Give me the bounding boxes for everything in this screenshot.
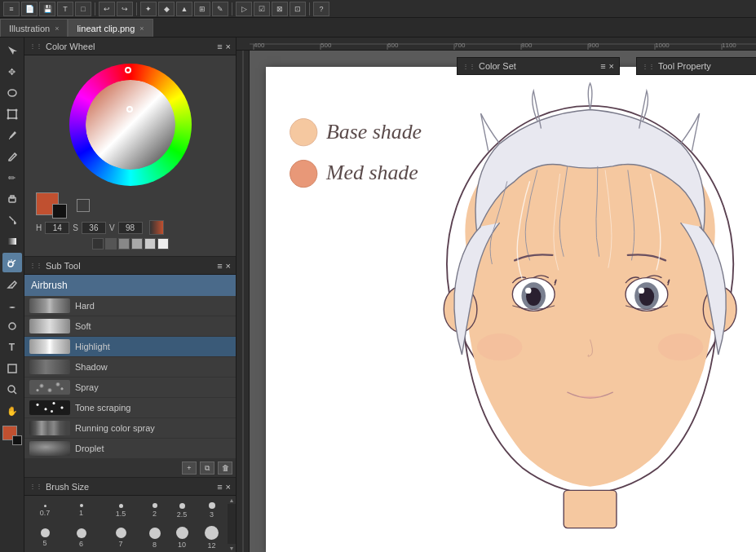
subtool-item-soft[interactable]: Soft bbox=[24, 316, 236, 337]
palette-color-4[interactable] bbox=[131, 238, 143, 250]
check-icon[interactable]: ☑ bbox=[254, 2, 270, 16]
subtool-item-tone-scraping[interactable]: Tone scraping bbox=[24, 398, 236, 418]
tool-fill[interactable] bbox=[2, 210, 22, 230]
palette-color-2[interactable] bbox=[105, 238, 117, 250]
subtool-item-hard[interactable]: Hard bbox=[24, 296, 236, 316]
palette-color-6[interactable] bbox=[157, 238, 169, 250]
tool-move[interactable]: ✥ bbox=[2, 62, 22, 82]
brushsize-item-8[interactable]: 8 bbox=[142, 523, 167, 552]
tool-stamp[interactable] bbox=[2, 189, 22, 209]
tool-cursor[interactable] bbox=[2, 41, 22, 60]
brushsize-label-12: 12 bbox=[207, 541, 215, 550]
color-wheel-ring-container[interactable] bbox=[69, 64, 192, 186]
export-icon[interactable]: ⊠ bbox=[272, 2, 288, 16]
hue-value[interactable]: 14 bbox=[45, 222, 69, 234]
tool-brush[interactable]: ✏ bbox=[2, 168, 22, 188]
tool-gradient[interactable] bbox=[2, 232, 22, 251]
background-swatch[interactable] bbox=[52, 204, 67, 219]
subtool-footer: + ⧉ 🗑 bbox=[24, 459, 236, 477]
tool-smudge[interactable] bbox=[2, 295, 22, 315]
tool-transform[interactable] bbox=[2, 104, 22, 124]
color-wheel-inner[interactable] bbox=[86, 80, 175, 170]
new-icon[interactable]: 📄 bbox=[21, 2, 38, 16]
tab-lineart-close[interactable]: × bbox=[139, 24, 144, 33]
brushsize-menu[interactable]: ≡ bbox=[217, 482, 222, 492]
subtool-close[interactable]: × bbox=[226, 261, 231, 271]
subtool-add-btn[interactable]: + bbox=[182, 461, 197, 475]
menu-icon[interactable]: ≡ bbox=[3, 2, 20, 16]
subtool-item-highlight[interactable]: Highlight bbox=[24, 337, 236, 357]
scroll-up-arrow[interactable]: ▲ bbox=[228, 496, 236, 504]
brushsize-item-5[interactable]: 5 bbox=[28, 523, 62, 552]
color-set-menu[interactable]: ≡ bbox=[600, 61, 605, 71]
grid-icon[interactable]: ⊞ bbox=[194, 2, 210, 16]
palette-color-3[interactable] bbox=[118, 238, 130, 250]
sat-value[interactable]: 36 bbox=[82, 222, 106, 234]
pen-icon[interactable]: ✎ bbox=[212, 2, 228, 16]
scroll-track[interactable] bbox=[228, 504, 236, 544]
color-swatch-group[interactable] bbox=[36, 192, 67, 219]
palette-color-1[interactable] bbox=[92, 238, 104, 250]
canvas-background[interactable]: Base shade Med shade bbox=[266, 67, 756, 552]
subtool-menu[interactable]: ≡ bbox=[217, 261, 222, 271]
subtool-item-shadow[interactable]: Shadow bbox=[24, 357, 236, 378]
brushsize-item-7[interactable]: 7 bbox=[100, 523, 141, 552]
separator-4 bbox=[309, 2, 310, 15]
brushsize-item-2.5[interactable]: 2.5 bbox=[168, 499, 196, 522]
subtool-item-spray[interactable]: Spray bbox=[24, 378, 236, 398]
tool-hand[interactable]: ✋ bbox=[2, 401, 22, 421]
tool-airbrush[interactable] bbox=[2, 253, 22, 272]
tool-text[interactable]: T bbox=[2, 338, 22, 357]
color-wheel-menu[interactable]: ≡ bbox=[217, 42, 222, 51]
subtool-item-running-color-spray[interactable]: Running color spray bbox=[24, 418, 236, 439]
brushsize-item-1[interactable]: 1 bbox=[63, 499, 99, 522]
save-icon[interactable]: 💾 bbox=[39, 2, 55, 16]
subtool-dots: ⋮⋮ bbox=[29, 262, 42, 269]
magic-icon[interactable]: ▲ bbox=[176, 2, 192, 16]
hue-label: H bbox=[36, 223, 42, 232]
brushsize-close[interactable]: × bbox=[226, 482, 231, 492]
tool-lasso[interactable] bbox=[2, 83, 22, 103]
color-triangle[interactable] bbox=[86, 80, 175, 170]
tool-shape[interactable] bbox=[2, 359, 22, 378]
scroll-down-arrow[interactable]: ▼ bbox=[228, 544, 236, 552]
subtool-copy-btn[interactable]: ⧉ bbox=[200, 461, 214, 475]
subtool-delete-btn[interactable]: 🗑 bbox=[218, 461, 232, 475]
artwork-svg: Base shade Med shade bbox=[266, 67, 756, 552]
foreground-color-swatch[interactable] bbox=[2, 426, 22, 445]
tool-dodge[interactable] bbox=[2, 316, 22, 336]
color-gradient-preview[interactable] bbox=[149, 220, 164, 235]
brushsize-item-12[interactable]: 12 bbox=[197, 523, 227, 552]
palette-color-5[interactable] bbox=[144, 238, 156, 250]
subtool-item-droplet[interactable]: Droplet bbox=[24, 439, 236, 459]
svg-text:Base shade: Base shade bbox=[326, 120, 422, 144]
tool-icon[interactable]: T bbox=[57, 2, 73, 16]
play-icon[interactable]: ▷ bbox=[236, 2, 252, 16]
brushsize-item-2[interactable]: 2 bbox=[142, 499, 167, 522]
brushsize-item-1.5[interactable]: 1.5 bbox=[100, 499, 141, 522]
brushsize-item-3[interactable]: 3 bbox=[197, 499, 227, 522]
tab-illustration[interactable]: Illustration × bbox=[0, 19, 68, 37]
tool-eyedropper[interactable] bbox=[2, 126, 22, 145]
tab-lineart[interactable]: lineart clip.png × bbox=[68, 19, 153, 37]
undo-icon[interactable]: ↩ bbox=[99, 2, 115, 16]
tab-illustration-close[interactable]: × bbox=[55, 24, 59, 33]
canvas-container[interactable]: Base shade Med shade bbox=[250, 51, 756, 552]
transform-icon[interactable]: ✦ bbox=[140, 2, 157, 16]
select2-icon[interactable]: ◆ bbox=[158, 2, 175, 16]
help-icon[interactable]: ? bbox=[313, 2, 329, 16]
val-value[interactable]: 98 bbox=[118, 222, 143, 234]
tool-eraser[interactable] bbox=[2, 274, 22, 294]
select-icon[interactable]: □ bbox=[75, 2, 91, 16]
redo-icon[interactable]: ↪ bbox=[117, 2, 133, 16]
brushsize-item-0.7[interactable]: 0.7 bbox=[28, 499, 62, 522]
transparent-swatch[interactable] bbox=[77, 199, 90, 212]
brushsize-item-10[interactable]: 10 bbox=[168, 523, 196, 552]
settings-icon[interactable]: ⊡ bbox=[290, 2, 306, 16]
tool-pen[interactable] bbox=[2, 147, 22, 166]
tool-zoom[interactable] bbox=[2, 380, 22, 400]
brushsize-scrollbar[interactable]: ▲ ▼ bbox=[228, 496, 236, 552]
color-set-close[interactable]: × bbox=[609, 61, 614, 71]
color-wheel-close[interactable]: × bbox=[226, 42, 231, 51]
brushsize-item-6[interactable]: 6 bbox=[63, 523, 99, 552]
